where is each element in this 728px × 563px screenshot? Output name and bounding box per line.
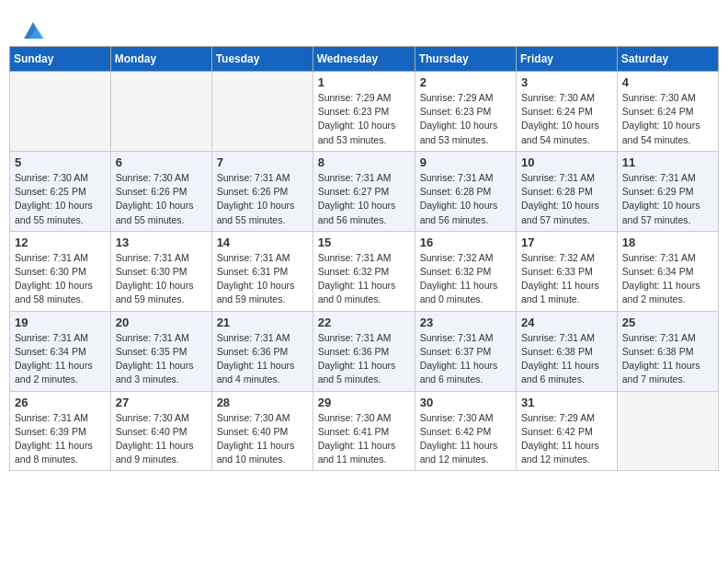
day-info: Sunrise: 7:31 AM Sunset: 6:28 PM Dayligh… (521, 171, 612, 227)
calendar-cell: 26Sunrise: 7:31 AM Sunset: 6:39 PM Dayli… (10, 391, 111, 471)
day-number: 19 (15, 316, 106, 329)
day-number: 5 (15, 155, 106, 169)
day-number: 22 (318, 316, 410, 329)
calendar-cell: 14Sunrise: 7:31 AM Sunset: 6:31 PM Dayli… (211, 231, 313, 311)
calendar-cell: 28Sunrise: 7:30 AM Sunset: 6:40 PM Dayli… (211, 391, 313, 471)
day-info: Sunrise: 7:31 AM Sunset: 6:31 PM Dayligh… (217, 251, 308, 307)
day-info: Sunrise: 7:30 AM Sunset: 6:41 PM Dayligh… (318, 411, 410, 467)
weekday-header: Wednesday (313, 47, 415, 72)
day-number: 30 (420, 396, 511, 409)
day-number: 10 (521, 155, 612, 169)
calendar-cell: 15Sunrise: 7:31 AM Sunset: 6:32 PM Dayli… (313, 231, 415, 311)
day-number: 3 (521, 75, 612, 89)
calendar-cell: 29Sunrise: 7:30 AM Sunset: 6:41 PM Dayli… (313, 391, 415, 471)
calendar-week-row: 1Sunrise: 7:29 AM Sunset: 6:23 PM Daylig… (10, 72, 719, 152)
day-info: Sunrise: 7:31 AM Sunset: 6:38 PM Dayligh… (521, 331, 612, 387)
logo-icon (20, 17, 46, 42)
day-number: 9 (420, 155, 511, 169)
weekday-header: Monday (110, 47, 211, 72)
day-info: Sunrise: 7:31 AM Sunset: 6:30 PM Dayligh… (15, 251, 106, 307)
day-number: 18 (622, 236, 713, 249)
calendar-cell: 18Sunrise: 7:31 AM Sunset: 6:34 PM Dayli… (617, 231, 718, 311)
calendar-week-row: 26Sunrise: 7:31 AM Sunset: 6:39 PM Dayli… (10, 391, 719, 471)
day-number: 12 (15, 236, 106, 249)
day-info: Sunrise: 7:30 AM Sunset: 6:40 PM Dayligh… (217, 411, 308, 467)
calendar-cell: 13Sunrise: 7:31 AM Sunset: 6:30 PM Dayli… (110, 231, 211, 311)
day-number: 31 (521, 396, 612, 409)
calendar-cell (211, 72, 313, 152)
day-number: 15 (318, 236, 410, 249)
day-info: Sunrise: 7:29 AM Sunset: 6:23 PM Dayligh… (420, 91, 511, 147)
calendar-cell (110, 72, 211, 152)
day-info: Sunrise: 7:30 AM Sunset: 6:26 PM Dayligh… (116, 171, 207, 227)
day-info: Sunrise: 7:31 AM Sunset: 6:36 PM Dayligh… (217, 331, 308, 387)
calendar-cell: 11Sunrise: 7:31 AM Sunset: 6:29 PM Dayli… (617, 151, 718, 231)
calendar-week-row: 12Sunrise: 7:31 AM Sunset: 6:30 PM Dayli… (10, 231, 719, 311)
calendar-cell: 22Sunrise: 7:31 AM Sunset: 6:36 PM Dayli… (313, 311, 415, 391)
page-header (9, 9, 719, 40)
calendar-cell: 24Sunrise: 7:31 AM Sunset: 6:38 PM Dayli… (517, 311, 618, 391)
day-number: 28 (217, 396, 308, 409)
day-number: 17 (521, 236, 612, 249)
calendar-cell: 1Sunrise: 7:29 AM Sunset: 6:23 PM Daylig… (313, 72, 415, 152)
day-info: Sunrise: 7:29 AM Sunset: 6:23 PM Dayligh… (318, 91, 410, 147)
calendar-cell: 5Sunrise: 7:30 AM Sunset: 6:25 PM Daylig… (10, 151, 111, 231)
logo (18, 17, 46, 37)
calendar-cell: 10Sunrise: 7:31 AM Sunset: 6:28 PM Dayli… (517, 151, 618, 231)
day-info: Sunrise: 7:32 AM Sunset: 6:32 PM Dayligh… (420, 251, 511, 307)
calendar-cell: 23Sunrise: 7:31 AM Sunset: 6:37 PM Dayli… (415, 311, 516, 391)
day-info: Sunrise: 7:32 AM Sunset: 6:33 PM Dayligh… (521, 251, 612, 307)
calendar-cell: 17Sunrise: 7:32 AM Sunset: 6:33 PM Dayli… (517, 231, 618, 311)
day-number: 29 (318, 396, 410, 409)
calendar-cell (617, 391, 718, 471)
day-number: 7 (217, 155, 308, 169)
calendar-cell: 7Sunrise: 7:31 AM Sunset: 6:26 PM Daylig… (211, 151, 313, 231)
day-info: Sunrise: 7:31 AM Sunset: 6:28 PM Dayligh… (420, 171, 511, 227)
day-info: Sunrise: 7:31 AM Sunset: 6:34 PM Dayligh… (622, 251, 713, 307)
calendar-week-row: 19Sunrise: 7:31 AM Sunset: 6:34 PM Dayli… (10, 311, 719, 391)
day-number: 20 (116, 316, 207, 329)
calendar-cell: 16Sunrise: 7:32 AM Sunset: 6:32 PM Dayli… (415, 231, 516, 311)
day-number: 25 (622, 316, 713, 329)
day-info: Sunrise: 7:29 AM Sunset: 6:42 PM Dayligh… (521, 411, 612, 467)
day-info: Sunrise: 7:31 AM Sunset: 6:37 PM Dayligh… (420, 331, 511, 387)
day-number: 16 (420, 236, 511, 249)
calendar-cell: 12Sunrise: 7:31 AM Sunset: 6:30 PM Dayli… (10, 231, 111, 311)
calendar-cell: 27Sunrise: 7:30 AM Sunset: 6:40 PM Dayli… (110, 391, 211, 471)
day-info: Sunrise: 7:30 AM Sunset: 6:25 PM Dayligh… (15, 171, 106, 227)
day-info: Sunrise: 7:31 AM Sunset: 6:34 PM Dayligh… (15, 331, 106, 387)
day-number: 26 (15, 396, 106, 409)
day-number: 11 (622, 155, 713, 169)
day-info: Sunrise: 7:30 AM Sunset: 6:40 PM Dayligh… (116, 411, 207, 467)
day-number: 2 (420, 75, 511, 89)
weekday-header: Tuesday (211, 47, 313, 72)
day-number: 27 (116, 396, 207, 409)
day-number: 24 (521, 316, 612, 329)
day-number: 8 (318, 155, 410, 169)
day-info: Sunrise: 7:31 AM Sunset: 6:36 PM Dayligh… (318, 331, 410, 387)
calendar-cell: 31Sunrise: 7:29 AM Sunset: 6:42 PM Dayli… (517, 391, 618, 471)
day-info: Sunrise: 7:30 AM Sunset: 6:24 PM Dayligh… (622, 91, 713, 147)
day-info: Sunrise: 7:30 AM Sunset: 6:24 PM Dayligh… (521, 91, 612, 147)
weekday-header: Saturday (617, 47, 718, 72)
calendar-table: SundayMondayTuesdayWednesdayThursdayFrid… (9, 46, 719, 471)
calendar-cell: 3Sunrise: 7:30 AM Sunset: 6:24 PM Daylig… (517, 72, 618, 152)
weekday-header: Friday (517, 47, 618, 72)
day-info: Sunrise: 7:31 AM Sunset: 6:32 PM Dayligh… (318, 251, 410, 307)
calendar-cell: 30Sunrise: 7:30 AM Sunset: 6:42 PM Dayli… (415, 391, 516, 471)
day-info: Sunrise: 7:30 AM Sunset: 6:42 PM Dayligh… (420, 411, 511, 467)
calendar-cell: 2Sunrise: 7:29 AM Sunset: 6:23 PM Daylig… (415, 72, 516, 152)
day-info: Sunrise: 7:31 AM Sunset: 6:27 PM Dayligh… (318, 171, 410, 227)
day-number: 1 (318, 75, 410, 89)
calendar-cell: 4Sunrise: 7:30 AM Sunset: 6:24 PM Daylig… (617, 72, 718, 152)
calendar-cell: 20Sunrise: 7:31 AM Sunset: 6:35 PM Dayli… (110, 311, 211, 391)
day-info: Sunrise: 7:31 AM Sunset: 6:39 PM Dayligh… (15, 411, 106, 467)
calendar-cell: 6Sunrise: 7:30 AM Sunset: 6:26 PM Daylig… (110, 151, 211, 231)
day-number: 6 (116, 155, 207, 169)
day-info: Sunrise: 7:31 AM Sunset: 6:38 PM Dayligh… (622, 331, 713, 387)
day-number: 14 (217, 236, 308, 249)
day-info: Sunrise: 7:31 AM Sunset: 6:26 PM Dayligh… (217, 171, 308, 227)
day-number: 21 (217, 316, 308, 329)
calendar-cell: 19Sunrise: 7:31 AM Sunset: 6:34 PM Dayli… (10, 311, 111, 391)
calendar-cell: 21Sunrise: 7:31 AM Sunset: 6:36 PM Dayli… (211, 311, 313, 391)
